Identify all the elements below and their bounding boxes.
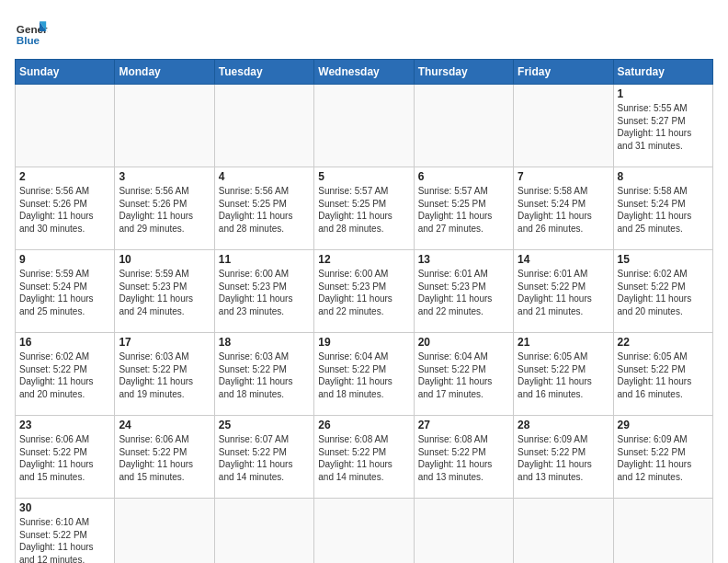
calendar-header-row: SundayMondayTuesdayWednesdayThursdayFrid… [16, 60, 713, 85]
day-number: 23 [19, 419, 110, 431]
day-number: 26 [318, 419, 409, 431]
day-header-tuesday: Tuesday [214, 60, 313, 85]
calendar-cell [314, 85, 414, 167]
day-header-saturday: Saturday [613, 60, 712, 85]
calendar-week-row: 30Sunrise: 6:10 AM Sunset: 5:22 PM Dayli… [16, 499, 713, 564]
day-info: Sunrise: 6:07 AM Sunset: 5:22 PM Dayligh… [219, 433, 310, 483]
day-number: 11 [219, 253, 310, 266]
calendar-cell: 5Sunrise: 5:57 AM Sunset: 5:25 PM Daylig… [314, 167, 414, 250]
day-number: 15 [618, 253, 709, 266]
day-header-friday: Friday [514, 60, 613, 85]
calendar-cell: 21Sunrise: 6:05 AM Sunset: 5:22 PM Dayli… [514, 333, 613, 416]
day-number: 9 [19, 253, 110, 266]
day-info: Sunrise: 6:01 AM Sunset: 5:23 PM Dayligh… [418, 268, 509, 317]
day-number: 1 [618, 87, 709, 100]
day-number: 13 [418, 253, 509, 266]
day-info: Sunrise: 6:05 AM Sunset: 5:22 PM Dayligh… [618, 350, 709, 400]
day-number: 22 [618, 336, 709, 349]
calendar-cell: 6Sunrise: 5:57 AM Sunset: 5:25 PM Daylig… [414, 167, 513, 250]
day-info: Sunrise: 6:10 AM Sunset: 5:22 PM Dayligh… [19, 516, 110, 563]
day-info: Sunrise: 5:58 AM Sunset: 5:24 PM Dayligh… [618, 185, 709, 235]
day-number: 10 [119, 253, 210, 266]
calendar-cell: 13Sunrise: 6:01 AM Sunset: 5:23 PM Dayli… [414, 250, 513, 333]
day-info: Sunrise: 6:04 AM Sunset: 5:22 PM Dayligh… [418, 350, 509, 400]
calendar-cell: 2Sunrise: 5:56 AM Sunset: 5:26 PM Daylig… [16, 167, 115, 250]
calendar-cell [514, 85, 613, 167]
calendar-cell: 8Sunrise: 5:58 AM Sunset: 5:24 PM Daylig… [613, 167, 712, 250]
calendar-cell: 25Sunrise: 6:07 AM Sunset: 5:22 PM Dayli… [214, 416, 313, 499]
calendar-cell: 30Sunrise: 6:10 AM Sunset: 5:22 PM Dayli… [16, 499, 115, 564]
day-info: Sunrise: 6:02 AM Sunset: 5:22 PM Dayligh… [19, 350, 110, 400]
day-info: Sunrise: 5:57 AM Sunset: 5:25 PM Dayligh… [318, 185, 409, 235]
day-info: Sunrise: 6:08 AM Sunset: 5:22 PM Dayligh… [318, 433, 409, 483]
day-number: 17 [119, 336, 210, 349]
day-info: Sunrise: 5:56 AM Sunset: 5:26 PM Dayligh… [119, 185, 210, 235]
calendar-cell: 26Sunrise: 6:08 AM Sunset: 5:22 PM Dayli… [314, 416, 414, 499]
calendar-cell: 29Sunrise: 6:09 AM Sunset: 5:22 PM Dayli… [613, 416, 712, 499]
day-number: 5 [318, 170, 409, 183]
day-info: Sunrise: 6:09 AM Sunset: 5:22 PM Dayligh… [618, 433, 709, 483]
day-number: 4 [219, 170, 310, 183]
calendar-cell: 20Sunrise: 6:04 AM Sunset: 5:22 PM Dayli… [414, 333, 513, 416]
calendar-cell: 23Sunrise: 6:06 AM Sunset: 5:22 PM Dayli… [16, 416, 115, 499]
calendar-cell [414, 499, 513, 564]
calendar-week-row: 2Sunrise: 5:56 AM Sunset: 5:26 PM Daylig… [16, 167, 713, 250]
day-number: 25 [219, 419, 310, 431]
calendar-cell: 27Sunrise: 6:08 AM Sunset: 5:22 PM Dayli… [414, 416, 513, 499]
calendar-cell [115, 85, 214, 167]
day-info: Sunrise: 6:03 AM Sunset: 5:22 PM Dayligh… [219, 350, 310, 400]
calendar-cell: 10Sunrise: 5:59 AM Sunset: 5:23 PM Dayli… [115, 250, 214, 333]
day-info: Sunrise: 6:03 AM Sunset: 5:22 PM Dayligh… [119, 350, 210, 400]
day-number: 27 [418, 419, 509, 431]
day-number: 18 [219, 336, 310, 349]
calendar-cell: 1Sunrise: 5:55 AM Sunset: 5:27 PM Daylig… [613, 85, 712, 167]
calendar-week-row: 23Sunrise: 6:06 AM Sunset: 5:22 PM Dayli… [16, 416, 713, 499]
day-info: Sunrise: 6:09 AM Sunset: 5:22 PM Dayligh… [518, 433, 609, 483]
calendar-week-row: 9Sunrise: 5:59 AM Sunset: 5:24 PM Daylig… [16, 250, 713, 333]
calendar-cell: 3Sunrise: 5:56 AM Sunset: 5:26 PM Daylig… [115, 167, 214, 250]
day-info: Sunrise: 5:57 AM Sunset: 5:25 PM Dayligh… [418, 185, 509, 235]
day-info: Sunrise: 5:58 AM Sunset: 5:24 PM Dayligh… [518, 185, 609, 235]
calendar-cell: 14Sunrise: 6:01 AM Sunset: 5:22 PM Dayli… [514, 250, 613, 333]
day-number: 20 [418, 336, 509, 349]
day-info: Sunrise: 6:05 AM Sunset: 5:22 PM Dayligh… [518, 350, 609, 400]
calendar-cell: 19Sunrise: 6:04 AM Sunset: 5:22 PM Dayli… [314, 333, 414, 416]
calendar-cell: 12Sunrise: 6:00 AM Sunset: 5:23 PM Dayli… [314, 250, 414, 333]
calendar-cell [214, 85, 313, 167]
calendar-cell: 7Sunrise: 5:58 AM Sunset: 5:24 PM Daylig… [514, 167, 613, 250]
day-number: 6 [418, 170, 509, 183]
calendar-cell: 4Sunrise: 5:56 AM Sunset: 5:25 PM Daylig… [214, 167, 313, 250]
logo: General Blue [15, 15, 48, 48]
day-info: Sunrise: 6:01 AM Sunset: 5:22 PM Dayligh… [518, 268, 609, 317]
calendar-cell: 18Sunrise: 6:03 AM Sunset: 5:22 PM Dayli… [214, 333, 313, 416]
day-number: 7 [518, 170, 609, 183]
day-number: 3 [119, 170, 210, 183]
day-number: 24 [119, 419, 210, 431]
day-info: Sunrise: 6:04 AM Sunset: 5:22 PM Dayligh… [318, 350, 409, 400]
day-info: Sunrise: 5:59 AM Sunset: 5:24 PM Dayligh… [19, 268, 110, 317]
day-number: 29 [618, 419, 709, 431]
calendar-week-row: 1Sunrise: 5:55 AM Sunset: 5:27 PM Daylig… [16, 85, 713, 167]
day-info: Sunrise: 5:59 AM Sunset: 5:23 PM Dayligh… [119, 268, 210, 317]
calendar-cell: 16Sunrise: 6:02 AM Sunset: 5:22 PM Dayli… [16, 333, 115, 416]
day-number: 21 [518, 336, 609, 349]
day-info: Sunrise: 6:06 AM Sunset: 5:22 PM Dayligh… [19, 433, 110, 483]
day-info: Sunrise: 6:02 AM Sunset: 5:22 PM Dayligh… [618, 268, 709, 317]
day-number: 2 [19, 170, 110, 183]
day-number: 28 [518, 419, 609, 431]
calendar-cell: 17Sunrise: 6:03 AM Sunset: 5:22 PM Dayli… [115, 333, 214, 416]
day-header-sunday: Sunday [16, 60, 115, 85]
calendar-week-row: 16Sunrise: 6:02 AM Sunset: 5:22 PM Dayli… [16, 333, 713, 416]
calendar-cell [16, 85, 115, 167]
day-info: Sunrise: 5:56 AM Sunset: 5:26 PM Dayligh… [19, 185, 110, 235]
calendar-cell: 11Sunrise: 6:00 AM Sunset: 5:23 PM Dayli… [214, 250, 313, 333]
calendar-cell [414, 85, 513, 167]
calendar-cell: 28Sunrise: 6:09 AM Sunset: 5:22 PM Dayli… [514, 416, 613, 499]
day-number: 30 [19, 501, 110, 514]
day-info: Sunrise: 6:06 AM Sunset: 5:22 PM Dayligh… [119, 433, 210, 483]
day-info: Sunrise: 6:00 AM Sunset: 5:23 PM Dayligh… [219, 268, 310, 317]
calendar-table: SundayMondayTuesdayWednesdayThursdayFrid… [15, 59, 713, 563]
day-header-wednesday: Wednesday [314, 60, 414, 85]
calendar-cell: 9Sunrise: 5:59 AM Sunset: 5:24 PM Daylig… [16, 250, 115, 333]
day-number: 12 [318, 253, 409, 266]
